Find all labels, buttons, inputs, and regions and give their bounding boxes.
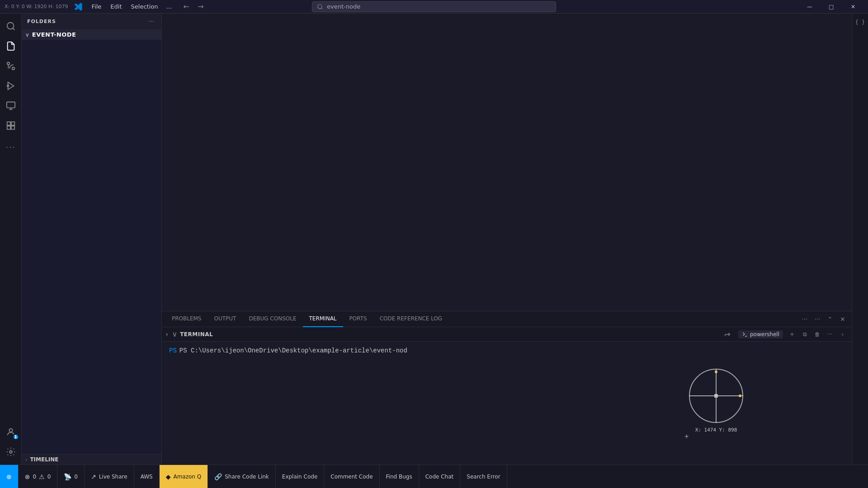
search-icon (317, 4, 323, 10)
terminal-split-button[interactable]: ⧉ (799, 329, 810, 340)
status-item-remote[interactable]: ⊗ (0, 465, 19, 488)
cursor-dot-right (739, 394, 741, 397)
status-item-broadcast[interactable]: 📡 0 (57, 465, 85, 488)
status-item-errors[interactable]: ⊗ 0 ⚠ 0 (19, 465, 58, 488)
terminal-body[interactable]: PS PS C:\Users\ijeon\OneDrive\Desktop\ex… (162, 342, 852, 465)
terminal-collapse-icon: ∨ (172, 330, 177, 338)
tab-terminal[interactable]: TERMINAL (303, 311, 343, 327)
activity-item-settings[interactable] (2, 443, 20, 461)
status-item-live-share[interactable]: ↗ Live Share (85, 465, 134, 488)
ps-path: PS C:\Users\ijeon\OneDrive\Desktop\examp… (179, 347, 407, 354)
svg-rect-12 (7, 122, 10, 125)
debug-icon (6, 81, 16, 91)
cursor-circle (689, 369, 743, 423)
live-share-terminal-icon (724, 331, 731, 338)
broadcast-icon: 📡 (64, 473, 71, 480)
cursor-cross-horizontal (689, 395, 743, 396)
code-chat-label: Code Chat (425, 474, 454, 480)
panel-close-button[interactable]: ✕ (837, 314, 848, 324)
ps-prefix: PS (169, 347, 177, 354)
live-share-icon: ↗ (91, 473, 96, 480)
terminal-more-button[interactable]: ··· (825, 329, 835, 340)
activity-item-account[interactable]: 1 (2, 423, 20, 441)
search-error-label: Search Error (467, 474, 500, 480)
terminal-label: TERMINAL (180, 331, 213, 338)
activity-item-search[interactable] (2, 17, 20, 35)
panel-more-button-2[interactable]: ··· (812, 314, 823, 324)
svg-point-0 (318, 4, 322, 8)
activity-bar: ··· 1 (0, 14, 22, 465)
svg-rect-9 (6, 102, 14, 108)
svg-rect-14 (7, 126, 10, 129)
broadcast-count: 0 (74, 474, 78, 480)
timeline-section[interactable]: › TIMELINE (22, 454, 161, 465)
source-control-icon (6, 61, 16, 71)
vscode-logo-icon (74, 2, 83, 11)
share-code-link-label: Share Code Link (225, 474, 269, 480)
activity-item-source-control[interactable] (2, 57, 20, 75)
tab-debug-console[interactable]: DEBUG CONSOLE (242, 311, 302, 327)
timeline-label: TIMELINE (30, 456, 58, 463)
cursor-coords: X: 1474 Y: 898 (695, 427, 737, 433)
terminal-add-button[interactable]: + (787, 329, 797, 340)
powershell-label: powershell (750, 331, 779, 338)
status-item-search-error[interactable]: Search Error (460, 465, 507, 488)
panel: PROBLEMS OUTPUT DEBUG CONSOLE TERMINAL P… (162, 311, 852, 465)
menu-more[interactable]: ... (163, 2, 174, 11)
tab-code-reference-log[interactable]: CODE REFERENCE LOG (373, 311, 449, 327)
status-item-comment-code[interactable]: Comment Code (324, 465, 379, 488)
status-item-amazon-q[interactable]: ◆ Amazon Q (160, 465, 208, 488)
search-bar-text: event-node (327, 3, 360, 10)
tab-ports[interactable]: PORTS (343, 311, 373, 327)
menu-file[interactable]: File (88, 2, 105, 11)
search-bar[interactable]: event-node (312, 1, 556, 12)
main-layout: ··· 1 FOLDERS ··· ∨ (0, 14, 868, 465)
sidebar-more-button[interactable]: ··· (147, 17, 156, 26)
folder-section[interactable]: ∨ EVENT-NODE (22, 29, 161, 40)
menu-edit[interactable]: Edit (107, 2, 125, 11)
panel-more-button[interactable]: ··· (799, 314, 810, 324)
svg-point-16 (9, 429, 12, 432)
activity-item-extensions[interactable] (2, 117, 20, 135)
minimize-button[interactable]: — (799, 0, 820, 14)
extensions-icon (6, 121, 16, 131)
nav-back-button[interactable]: ← (180, 2, 193, 12)
activity-item-explorer[interactable] (2, 37, 20, 55)
terminal-close-button[interactable]: › (837, 329, 848, 340)
svg-point-17 (9, 450, 12, 453)
activity-item-more[interactable]: ··· (2, 138, 20, 156)
status-item-share-code-link[interactable]: 🔗 Share Code Link (208, 465, 276, 488)
sidebar: FOLDERS ··· ∨ EVENT-NODE › TIMELINE (22, 14, 162, 465)
status-item-explain-code[interactable]: Explain Code (276, 465, 324, 488)
title-bar: X: 0 Y: 0 W: 1920 H: 1079 File Edit Sele… (0, 0, 868, 14)
status-item-find-bugs[interactable]: Find Bugs (380, 465, 419, 488)
warning-icon: ⚠ (39, 473, 45, 480)
panel-maximize-button[interactable]: ⌃ (825, 314, 835, 324)
status-bar: ⊗ ⊗ 0 ⚠ 0 📡 0 ↗ Live Share AWS ◆ Amazon … (0, 465, 868, 488)
terminal-trash-button[interactable]: 🗑 (812, 329, 823, 340)
menu-selection[interactable]: Selection (127, 2, 162, 11)
maximize-button[interactable]: □ (821, 0, 842, 14)
activity-item-remote[interactable] (2, 97, 20, 115)
share-code-link-icon: 🔗 (214, 473, 222, 480)
cursor-center (714, 394, 718, 398)
title-bar-coords: X: 0 Y: 0 W: 1920 H: 1079 (5, 4, 68, 9)
sidebar-content (22, 40, 161, 454)
braces-indicator: { } (854, 17, 867, 27)
right-panel-edge: { } (852, 14, 868, 465)
title-bar-left: X: 0 Y: 0 W: 1920 H: 1079 File Edit Sele… (5, 2, 207, 12)
activity-item-debug[interactable] (2, 77, 20, 95)
comment-code-label: Comment Code (330, 474, 373, 480)
tab-problems[interactable]: PROBLEMS (165, 311, 208, 327)
nav-forward-button[interactable]: → (194, 2, 207, 12)
small-cursor-icon (684, 433, 689, 441)
folder-name: EVENT-NODE (32, 31, 76, 38)
close-button[interactable]: ✕ (843, 0, 863, 14)
tab-output[interactable]: OUTPUT (208, 311, 243, 327)
remote-status-icon: ⊗ (6, 473, 12, 480)
status-item-code-chat[interactable]: Code Chat (419, 465, 461, 488)
status-item-aws[interactable]: AWS (134, 465, 160, 488)
terminal-prompt: PS PS C:\Users\ijeon\OneDrive\Desktop\ex… (169, 347, 844, 354)
nav-buttons: ← → (180, 2, 207, 12)
terminal-header-arrow[interactable]: › (165, 330, 168, 338)
